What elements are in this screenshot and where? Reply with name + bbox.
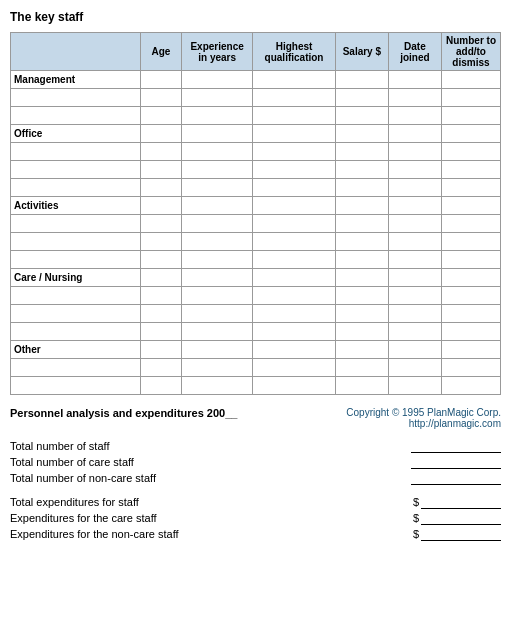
section-label-other: Other — [11, 341, 141, 359]
footer-title: Personnel analysis and expenditures 200_… — [10, 407, 237, 419]
footer-line-noncare-staff — [411, 471, 501, 485]
table-row — [11, 161, 501, 179]
table-row — [11, 323, 501, 341]
table-row — [11, 179, 501, 197]
page-title: The key staff — [10, 10, 501, 24]
col-header-age: Age — [140, 33, 181, 71]
table-row: Activities — [11, 197, 501, 215]
table-row — [11, 359, 501, 377]
table-row — [11, 377, 501, 395]
table-row — [11, 215, 501, 233]
col-header-number: Number to add/to dismiss — [441, 33, 500, 71]
footer-line-exp-total — [421, 495, 501, 509]
footer-label-care-staff: Total number of care staff — [10, 456, 134, 468]
col-header-date: Date joined — [388, 33, 441, 71]
key-staff-table: Age Experience in years Highest qualific… — [10, 32, 501, 395]
section-label-office: Office — [11, 125, 141, 143]
table-row — [11, 251, 501, 269]
footer-row-noncare-staff: Total number of non-care staff — [10, 471, 501, 485]
footer-section: Personnel analysis and expenditures 200_… — [10, 407, 501, 541]
section-label-activities: Activities — [11, 197, 141, 215]
footer-label-exp-total: Total expenditures for staff — [10, 496, 139, 508]
footer-dollar-sign-1: $ — [413, 496, 419, 508]
footer-row-exp-total: Total expenditures for staff $ — [10, 495, 501, 509]
table-row — [11, 305, 501, 323]
table-row: Care / Nursing — [11, 269, 501, 287]
footer-row-care-staff: Total number of care staff — [10, 455, 501, 469]
footer-row-exp-noncare: Expenditures for the non-care staff $ — [10, 527, 501, 541]
footer-label-exp-care: Expenditures for the care staff — [10, 512, 157, 524]
footer-expenditures: Total expenditures for staff $ Expenditu… — [10, 495, 501, 541]
footer-line-exp-care — [421, 511, 501, 525]
footer-line-total-staff — [411, 439, 501, 453]
footer-row-exp-care: Expenditures for the care staff $ — [10, 511, 501, 525]
footer-staff-counts: Total number of staff Total number of ca… — [10, 439, 501, 485]
col-header-experience: Experience in years — [182, 33, 253, 71]
footer-label-noncare-staff: Total number of non-care staff — [10, 472, 156, 484]
footer-label-total-staff: Total number of staff — [10, 440, 109, 452]
table-row: Office — [11, 125, 501, 143]
col-header-salary: Salary $ — [335, 33, 388, 71]
section-label-nursing: Care / Nursing — [11, 269, 141, 287]
footer-row-total-staff: Total number of staff — [10, 439, 501, 453]
col-header-name — [11, 33, 141, 71]
footer-line-care-staff — [411, 455, 501, 469]
section-label-management: Management — [11, 71, 141, 89]
table-row: Management — [11, 71, 501, 89]
footer-dollar-sign-2: $ — [413, 512, 419, 524]
table-row: Other — [11, 341, 501, 359]
footer-dollar-sign-3: $ — [413, 528, 419, 540]
table-row — [11, 89, 501, 107]
table-row — [11, 287, 501, 305]
col-header-qualification: Highest qualification — [253, 33, 336, 71]
table-row — [11, 233, 501, 251]
footer-label-exp-noncare: Expenditures for the non-care staff — [10, 528, 179, 540]
table-row — [11, 143, 501, 161]
footer-line-exp-noncare — [421, 527, 501, 541]
table-row — [11, 107, 501, 125]
footer-copyright: Copyright © 1995 PlanMagic Corp. http://… — [346, 407, 501, 429]
